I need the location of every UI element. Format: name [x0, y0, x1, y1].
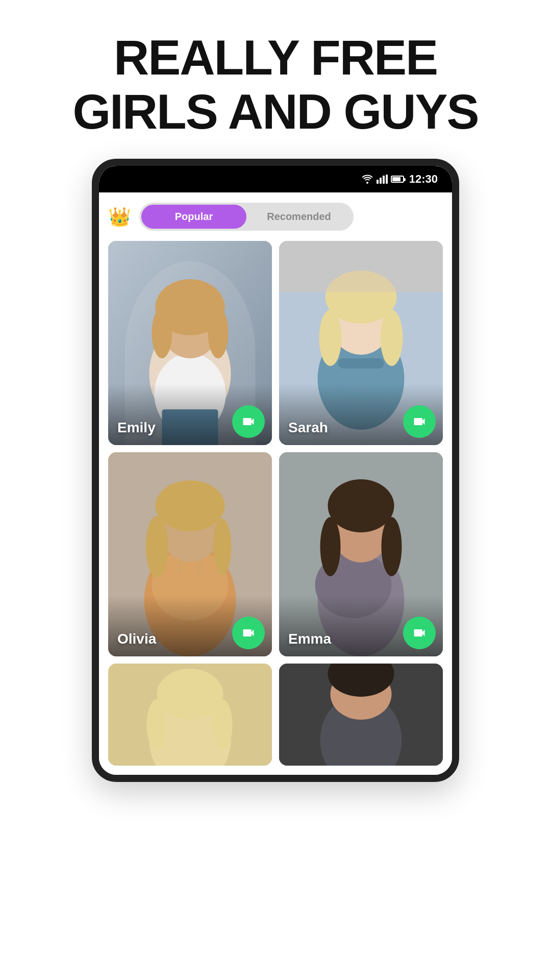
- olivia-video-button[interactable]: [232, 617, 265, 649]
- tab-switcher: Popular Recomended: [139, 203, 354, 231]
- sarah-video-button[interactable]: [403, 405, 436, 438]
- app-header: 👑 Popular Recomended: [108, 203, 443, 231]
- crown-icon: 👑: [108, 206, 131, 228]
- wifi-icon: [361, 175, 373, 184]
- svg-point-43: [212, 699, 233, 750]
- svg-rect-20: [279, 241, 443, 292]
- profile-card-sarah[interactable]: Sarah: [279, 241, 443, 445]
- emma-video-button[interactable]: [403, 617, 436, 649]
- app-content: 👑 Popular Recomended: [99, 192, 452, 775]
- video-camera-icon-emma: [412, 626, 427, 640]
- status-time: 12:30: [409, 173, 438, 186]
- sarah-name: Sarah: [288, 420, 328, 436]
- headline-line2: GIRLS AND GUYS: [72, 84, 478, 139]
- tab-recommended[interactable]: Recomended: [246, 205, 352, 229]
- olivia-name: Olivia: [117, 631, 156, 647]
- svg-point-37: [320, 517, 341, 576]
- svg-point-41: [157, 669, 223, 720]
- svg-point-19: [381, 310, 403, 366]
- video-camera-icon-sarah: [412, 414, 427, 429]
- emily-name: Emily: [117, 420, 156, 436]
- profiles-grid: Emily: [108, 241, 443, 766]
- tab-popular[interactable]: Popular: [141, 205, 246, 229]
- profile-card-olivia[interactable]: Olivia: [108, 452, 272, 656]
- svg-rect-2: [383, 176, 385, 184]
- headline-line1: REALLY FREE: [114, 30, 437, 85]
- svg-rect-1: [380, 178, 382, 184]
- profile-card-partial1[interactable]: [108, 664, 272, 766]
- svg-point-36: [328, 479, 394, 532]
- app-headline: REALLY FREE GIRLS AND GUYS: [52, 0, 498, 159]
- video-camera-icon: [241, 414, 256, 429]
- svg-point-18: [319, 310, 342, 366]
- profile-card-partial2[interactable]: [279, 664, 443, 766]
- partial1-photo: [108, 664, 272, 766]
- profile-card-emma[interactable]: Emma: [279, 452, 443, 656]
- svg-point-38: [382, 517, 402, 576]
- svg-rect-0: [377, 180, 379, 184]
- svg-point-42: [147, 699, 167, 750]
- status-icons: [361, 175, 404, 184]
- svg-rect-15: [338, 358, 384, 369]
- svg-rect-3: [386, 175, 388, 184]
- signal-icon: [377, 175, 388, 184]
- emily-video-button[interactable]: [232, 405, 265, 438]
- status-bar: 12:30: [99, 166, 452, 192]
- profile-card-emily[interactable]: Emily: [108, 241, 272, 445]
- battery-icon: [391, 176, 404, 183]
- phone-frame: 12:30 👑 Popular Recomended: [92, 159, 459, 782]
- partial2-photo: [279, 664, 443, 766]
- emma-name: Emma: [288, 631, 331, 647]
- video-camera-icon-olivia: [241, 626, 256, 640]
